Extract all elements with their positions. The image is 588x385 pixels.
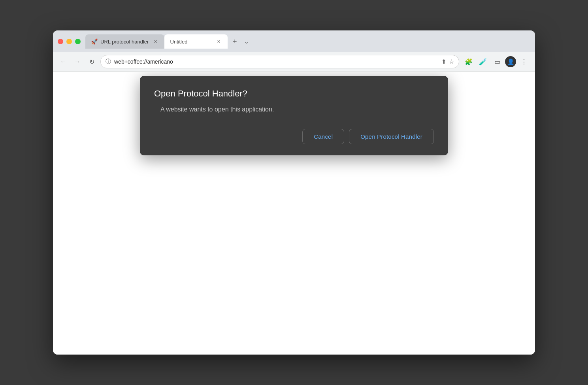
labs-icon[interactable]: 🧪 [477, 55, 489, 68]
extensions-icon[interactable]: 🧩 [462, 55, 475, 68]
title-bar: 🚀 URL protocol handler ✕ Untitled ✕ + ⌄ [53, 30, 535, 52]
toolbar: ← → ↻ ⓘ web+coffee://americano ⬆ ☆ 🧩 🧪 ▭… [53, 52, 535, 72]
new-tab-button[interactable]: + [229, 36, 240, 47]
url-display: web+coffee://americano [114, 59, 438, 65]
reload-button[interactable]: ↻ [86, 56, 97, 67]
tab-list-button[interactable]: ⌄ [241, 36, 252, 47]
toolbar-icons: 🧩 🧪 ▭ 👤 ⋮ [462, 55, 530, 68]
dialog-overlay: Open Protocol Handler? A website wants t… [53, 72, 535, 355]
tab-favicon-1: 🚀 [91, 38, 97, 45]
back-button[interactable]: ← [58, 56, 69, 67]
tab-actions: + ⌄ [229, 36, 252, 49]
browser-window: 🚀 URL protocol handler ✕ Untitled ✕ + ⌄ … [53, 30, 535, 355]
page-content: Open Protocol Handler? A website wants t… [53, 72, 535, 355]
split-screen-icon[interactable]: ▭ [491, 55, 503, 68]
protocol-handler-dialog: Open Protocol Handler? A website wants t… [140, 76, 448, 155]
dialog-buttons: Cancel Open Protocol Handler [154, 129, 434, 144]
tab-close-2[interactable]: ✕ [215, 38, 222, 45]
dialog-title: Open Protocol Handler? [154, 89, 434, 99]
open-protocol-handler-button[interactable]: Open Protocol Handler [349, 129, 434, 144]
tab-url-protocol-handler[interactable]: 🚀 URL protocol handler ✕ [85, 34, 164, 49]
tab-close-1[interactable]: ✕ [152, 38, 159, 45]
address-bar[interactable]: ⓘ web+coffee://americano ⬆ ☆ [100, 55, 459, 68]
tab-title-1: URL protocol handler [100, 39, 149, 45]
bookmark-icon[interactable]: ☆ [449, 58, 454, 65]
tab-title-2: Untitled [170, 39, 212, 45]
more-menu-icon[interactable]: ⋮ [518, 55, 530, 68]
forward-button[interactable]: → [72, 56, 83, 67]
close-button[interactable] [58, 39, 63, 44]
traffic-lights [58, 39, 81, 44]
address-bar-icons: ⬆ ☆ [441, 58, 454, 65]
share-icon[interactable]: ⬆ [441, 58, 447, 65]
tab-untitled[interactable]: Untitled ✕ [164, 34, 228, 49]
info-icon: ⓘ [106, 58, 111, 65]
maximize-button[interactable] [75, 39, 81, 44]
cancel-button[interactable]: Cancel [302, 129, 344, 144]
minimize-button[interactable] [66, 39, 72, 44]
dialog-message: A website wants to open this application… [160, 106, 434, 113]
profile-icon[interactable]: 👤 [505, 56, 516, 67]
tabs-row: 🚀 URL protocol handler ✕ Untitled ✕ + ⌄ [85, 34, 530, 49]
title-bar-top: 🚀 URL protocol handler ✕ Untitled ✕ + ⌄ [58, 34, 530, 49]
